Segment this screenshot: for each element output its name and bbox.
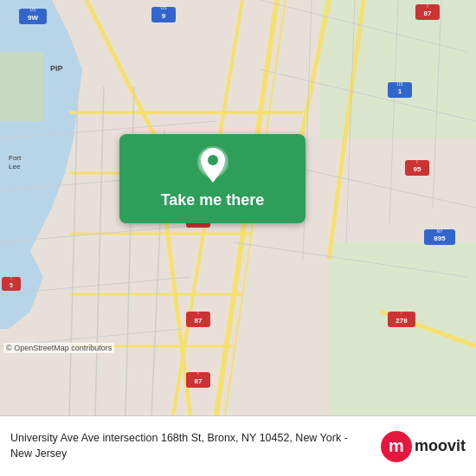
- map-container: 9W US 9 US 87 I 87 I 87 I 87 I 1 US 95 I…: [0, 0, 476, 415]
- footer: University Ave Ave intersection 168th St…: [0, 415, 476, 476]
- svg-text:I: I: [427, 3, 428, 9]
- take-me-there-button[interactable]: Take me there: [119, 134, 306, 223]
- svg-text:Fort: Fort: [9, 154, 22, 162]
- svg-text:I: I: [10, 275, 11, 280]
- svg-text:278: 278: [396, 317, 408, 325]
- svg-point-74: [208, 155, 218, 165]
- svg-text:I: I: [401, 310, 402, 315]
- svg-text:895: 895: [434, 235, 446, 242]
- svg-text:87: 87: [424, 10, 432, 17]
- svg-text:9: 9: [162, 12, 166, 20]
- svg-text:95: 95: [414, 165, 421, 173]
- svg-rect-4: [329, 242, 476, 415]
- svg-text:US: US: [30, 7, 37, 12]
- svg-text:Lee: Lee: [9, 163, 21, 170]
- svg-text:87: 87: [195, 317, 203, 325]
- moovit-logo: m moovit: [381, 431, 466, 462]
- svg-text:PIP: PIP: [50, 64, 63, 73]
- svg-rect-5: [0, 52, 43, 121]
- svg-text:5: 5: [10, 282, 13, 288]
- location-pin-icon: [197, 146, 228, 184]
- svg-text:NY: NY: [437, 228, 444, 234]
- moovit-logo-icon: m: [381, 431, 412, 462]
- svg-text:US: US: [161, 5, 168, 10]
- moovit-logo-text: moovit: [415, 437, 466, 455]
- svg-text:9W: 9W: [28, 14, 38, 22]
- osm-attribution: © OpenStreetMap contributors: [3, 343, 114, 353]
- svg-text:87: 87: [195, 377, 203, 385]
- svg-text:I: I: [197, 370, 198, 376]
- take-me-there-label: Take me there: [161, 191, 265, 209]
- svg-text:I: I: [416, 159, 417, 164]
- svg-text:I: I: [197, 310, 198, 315]
- svg-text:1: 1: [398, 87, 402, 95]
- svg-text:US: US: [397, 81, 404, 87]
- address-text: University Ave Ave intersection 168th St…: [10, 431, 372, 461]
